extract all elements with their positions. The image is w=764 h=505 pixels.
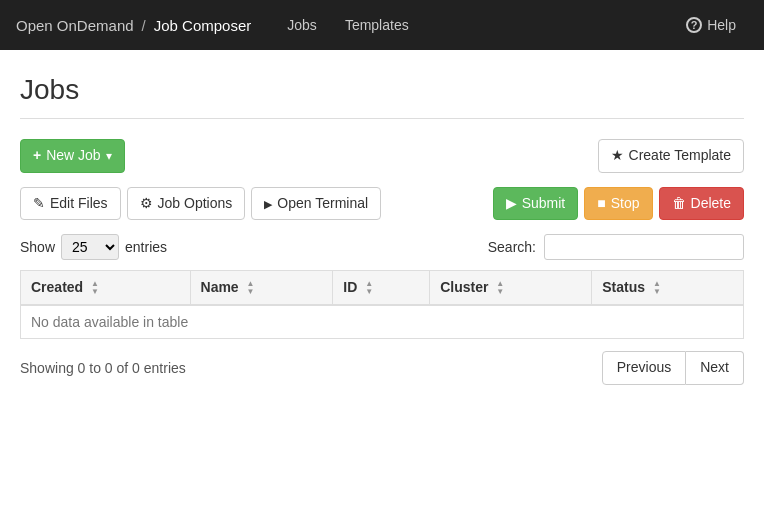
col-id-label: ID [343, 279, 357, 295]
play-icon [506, 194, 517, 214]
col-name-label: Name [201, 279, 239, 295]
navbar-brand[interactable]: Open OnDemand [16, 17, 134, 34]
action-row: Edit Files Job Options Open Terminal Sub… [20, 187, 744, 221]
col-status[interactable]: Status [592, 271, 744, 306]
plus-icon [33, 146, 41, 166]
job-options-label: Job Options [158, 194, 233, 214]
create-template-label: Create Template [629, 146, 731, 166]
col-name[interactable]: Name [190, 271, 333, 306]
edit-files-label: Edit Files [50, 194, 108, 214]
caret-icon [106, 146, 112, 166]
show-entries: Show 10 25 50 100 entries [20, 234, 167, 260]
toolbar-row: New Job Create Template [20, 139, 744, 173]
search-input[interactable] [544, 234, 744, 260]
create-template-button[interactable]: Create Template [598, 139, 744, 173]
submit-label: Submit [522, 194, 566, 214]
page-title: Jobs [20, 74, 744, 106]
open-terminal-label: Open Terminal [277, 194, 368, 214]
terminal-icon [264, 194, 272, 214]
table-header-row: Created Name ID Cluster Status [21, 271, 744, 306]
star-icon [611, 146, 624, 166]
entries-select[interactable]: 10 25 50 100 [61, 234, 119, 260]
search-area: Search: [488, 234, 744, 260]
data-table: Created Name ID Cluster Status [20, 270, 744, 339]
trash-icon [672, 194, 686, 214]
sort-icon-id [365, 280, 373, 296]
sort-icon-name [247, 280, 255, 296]
help-button[interactable]: ? Help [674, 11, 748, 39]
new-job-button[interactable]: New Job [20, 139, 125, 173]
table-controls: Show 10 25 50 100 entries Search: [20, 234, 744, 260]
navbar-link-templates[interactable]: Templates [333, 11, 421, 39]
table-body: No data available in table [21, 305, 744, 339]
open-terminal-button[interactable]: Open Terminal [251, 187, 381, 221]
next-button[interactable]: Next [686, 351, 744, 385]
edit-icon [33, 194, 45, 214]
help-icon: ? [686, 17, 702, 33]
col-id[interactable]: ID [333, 271, 430, 306]
sort-icon-status [653, 280, 661, 296]
stop-label: Stop [611, 194, 640, 214]
edit-files-button[interactable]: Edit Files [20, 187, 121, 221]
col-created-label: Created [31, 279, 83, 295]
search-label: Search: [488, 239, 536, 255]
col-status-label: Status [602, 279, 645, 295]
new-job-label: New Job [46, 146, 100, 166]
sort-icon-cluster [496, 280, 504, 296]
sort-icon-created [91, 280, 99, 296]
stop-button[interactable]: Stop [584, 187, 652, 221]
delete-button[interactable]: Delete [659, 187, 744, 221]
help-label: Help [707, 17, 736, 33]
navbar: Open OnDemand / Job Composer Jobs Templa… [0, 0, 764, 50]
pagination-row: Showing 0 to 0 of 0 entries Previous Nex… [20, 351, 744, 385]
table-head: Created Name ID Cluster Status [21, 271, 744, 306]
navbar-separator: / [142, 17, 146, 34]
entries-label: entries [125, 239, 167, 255]
previous-button[interactable]: Previous [602, 351, 686, 385]
col-cluster[interactable]: Cluster [430, 271, 592, 306]
navbar-links: Jobs Templates [275, 11, 420, 39]
action-row-right: Submit Stop Delete [493, 187, 744, 221]
delete-label: Delete [691, 194, 731, 214]
navbar-right: ? Help [674, 11, 748, 39]
col-created[interactable]: Created [21, 271, 191, 306]
cog-icon [140, 194, 153, 214]
job-options-button[interactable]: Job Options [127, 187, 246, 221]
table-empty-row: No data available in table [21, 305, 744, 339]
show-label: Show [20, 239, 55, 255]
showing-text: Showing 0 to 0 of 0 entries [20, 360, 186, 376]
navbar-link-jobs[interactable]: Jobs [275, 11, 329, 39]
navbar-app-title: Job Composer [154, 17, 252, 34]
submit-button[interactable]: Submit [493, 187, 579, 221]
page-content: Jobs New Job Create Template Edit Files … [0, 50, 764, 409]
table-empty-message: No data available in table [21, 305, 744, 339]
pagination-buttons: Previous Next [602, 351, 744, 385]
stop-icon [597, 194, 605, 214]
col-cluster-label: Cluster [440, 279, 488, 295]
page-divider [20, 118, 744, 119]
